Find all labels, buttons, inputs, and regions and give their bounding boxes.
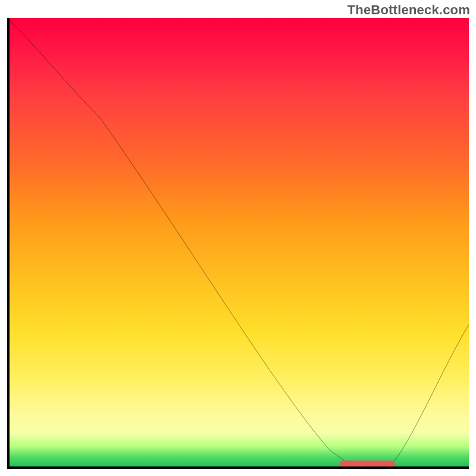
watermark-text: TheBottleneck.com (347, 2, 470, 18)
bottleneck-curve (7, 18, 469, 469)
chart-canvas: TheBottleneck.com (0, 0, 476, 476)
optimal-range-marker (340, 461, 395, 468)
plot-area (7, 18, 469, 469)
